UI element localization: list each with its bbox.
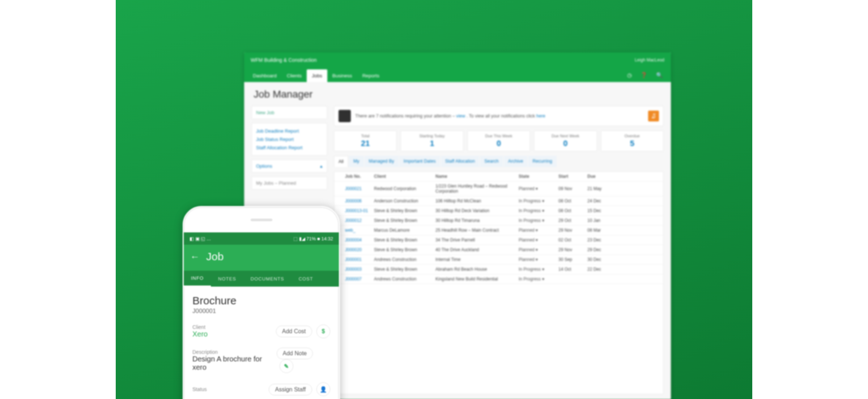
assign-staff-button[interactable]: Assign Staff xyxy=(269,384,312,395)
cell-jobno[interactable]: J000007 xyxy=(345,276,374,282)
cell-jobno[interactable]: J000012 xyxy=(345,218,374,223)
cell-client: Anderson Construction xyxy=(374,198,435,203)
user-menu[interactable]: Leigh MacLeod xyxy=(635,57,664,63)
back-icon[interactable]: ← xyxy=(190,251,200,262)
cell-state[interactable]: In Progress ▾ xyxy=(519,208,558,213)
subtab-search[interactable]: Search xyxy=(480,156,503,167)
col-header[interactable]: State xyxy=(519,174,558,179)
table-row[interactable]: J000021 Redwood Corporation 1/223 Glen H… xyxy=(334,181,663,196)
cell-state[interactable]: Planned ▾ xyxy=(519,228,558,233)
phone-screen-title: Job xyxy=(206,250,224,263)
table-header: Job No.ClientNameStateStartDue xyxy=(334,172,663,181)
subtab-recurring[interactable]: Recurring xyxy=(528,156,556,167)
notif-view-link[interactable]: view xyxy=(456,113,465,119)
cell-jobno[interactable]: J000001 xyxy=(345,257,374,262)
cell-jobno[interactable]: J000006 xyxy=(345,198,374,203)
subtab-all[interactable]: All xyxy=(334,156,348,167)
cell-jobno[interactable]: web_ xyxy=(345,228,374,233)
cell-start: 14 Oct xyxy=(558,267,587,272)
nav-clients[interactable]: Clients xyxy=(282,69,307,82)
subtab-important dates[interactable]: Important Dates xyxy=(399,156,440,167)
sidebar-options[interactable]: Options▴ xyxy=(251,159,327,173)
cell-state[interactable]: In Progress ▾ xyxy=(519,218,558,223)
main-nav: Dashboard Clients Jobs Business Reports … xyxy=(244,68,671,82)
stat-value: 21 xyxy=(336,138,394,148)
col-header[interactable]: Job No. xyxy=(345,174,374,179)
phone-tab-cost[interactable]: COST xyxy=(292,276,320,282)
cell-start: 29 Oct xyxy=(558,218,587,223)
cell-jobno[interactable]: J000013-01 xyxy=(345,208,374,213)
cell-state[interactable]: Planned ▾ xyxy=(519,237,558,243)
sidebar-filter[interactable]: My Jobs – Planned xyxy=(251,176,327,190)
stat-card[interactable]: Due This Week 0 xyxy=(467,130,530,151)
notif-here-link[interactable]: here xyxy=(536,113,545,119)
add-cost-button[interactable]: Add Cost xyxy=(276,326,312,337)
table-row[interactable]: J000020 Steve & Shirley Brown 40 The Dri… xyxy=(334,245,663,255)
cell-state[interactable]: Planned ▾ xyxy=(519,257,558,262)
stat-card[interactable]: Overdue 5 xyxy=(601,130,664,151)
cell-state[interactable]: In Progress ▾ xyxy=(519,276,558,282)
subtab-staff allocation[interactable]: Staff Allocation xyxy=(441,156,479,167)
cell-state[interactable]: Planned ▾ xyxy=(519,247,558,252)
rss-icon[interactable]: ໓ xyxy=(648,111,659,121)
cell-jobno[interactable]: J000004 xyxy=(345,237,374,243)
col-header[interactable]: Client xyxy=(374,174,435,179)
cell-name: 34 The Drive Parnell xyxy=(435,237,519,243)
phone-tab-documents[interactable]: DOCUMENTS xyxy=(243,276,292,282)
dollar-icon[interactable]: $ xyxy=(316,325,330,338)
phone-tab-info[interactable]: INFO xyxy=(184,271,211,287)
stat-card[interactable]: Starting Today 1 xyxy=(400,130,463,151)
subtab-archive[interactable]: Archive xyxy=(504,156,528,167)
subtab-managed by[interactable]: Managed By xyxy=(365,156,399,167)
table-row[interactable]: J000007 Andrews Construction Kingsland N… xyxy=(334,274,663,284)
table-row[interactable]: J000012 Steve & Shirley Brown 30 Hilltop… xyxy=(334,216,663,226)
stat-value: 0 xyxy=(536,138,594,148)
cell-client: Steve & Shirley Brown xyxy=(374,237,435,243)
nav-reports[interactable]: Reports xyxy=(357,69,384,82)
notification-text: There are 7 notifications requiring your… xyxy=(355,113,545,119)
cell-name: 25 Headhill Row – Main Contract xyxy=(435,228,519,233)
cell-jobno[interactable]: J000021 xyxy=(345,186,374,191)
cell-state[interactable]: Planned ▾ xyxy=(519,186,558,191)
stat-label: Starting Today xyxy=(403,134,461,138)
phone-mockup: ◧ ▣ ◱ … ⬚ ▮◢ 71% ■ 14:32 ← Job INFONOTES… xyxy=(183,206,340,399)
add-note-button[interactable]: Add Note xyxy=(277,348,313,359)
person-icon[interactable]: 👤 xyxy=(316,382,330,396)
table-row[interactable]: J000013-01 Steve & Shirley Brown 30 Hill… xyxy=(334,206,663,216)
col-header[interactable]: Name xyxy=(435,174,519,179)
new-job-button[interactable]: New Job xyxy=(251,106,327,119)
table-row[interactable]: J000006 Anderson Construction 106 Hillto… xyxy=(334,196,663,206)
nav-jobs[interactable]: Jobs xyxy=(307,69,327,82)
cell-jobno[interactable]: J000020 xyxy=(345,247,374,252)
stat-card[interactable]: Total 21 xyxy=(334,130,397,151)
cell-name: 40 The Drive Auckland xyxy=(435,247,519,252)
note-icon[interactable]: ✎ xyxy=(280,359,293,373)
sidebar-link-deadline[interactable]: Job Deadline Report xyxy=(256,127,323,135)
description-label: Description xyxy=(192,349,277,355)
client-value: Xero xyxy=(192,330,208,338)
clock-icon[interactable]: ◷ xyxy=(623,68,636,82)
stat-card[interactable]: Due Next Week 0 xyxy=(534,130,597,151)
sidebar-link-staff[interactable]: Staff Allocation Report xyxy=(256,143,323,152)
phone-tab-notes[interactable]: NOTES xyxy=(211,276,243,282)
notification-icon xyxy=(339,110,351,122)
stat-value: 5 xyxy=(603,138,661,148)
cell-state[interactable]: In Progress ▾ xyxy=(519,267,558,272)
col-header[interactable]: Start xyxy=(558,174,587,179)
cell-state[interactable]: In Progress ▾ xyxy=(519,198,558,203)
nav-business[interactable]: Business xyxy=(327,69,357,82)
phone-app-bar: ← Job xyxy=(184,245,339,271)
cell-jobno[interactable]: J000003 xyxy=(345,267,374,272)
status-left-icons: ◧ ▣ ◱ … xyxy=(190,236,211,241)
table-row[interactable]: J000004 Steve & Shirley Brown 34 The Dri… xyxy=(334,235,663,245)
subtab-my[interactable]: My xyxy=(349,156,364,167)
table-row[interactable]: J000001 Andrews Construction Internal Ti… xyxy=(334,255,663,265)
sidebar-link-status[interactable]: Job Status Report xyxy=(256,135,323,143)
help-icon[interactable]: ❓ xyxy=(636,68,652,82)
col-header[interactable]: Due xyxy=(587,174,613,179)
table-row[interactable]: web_ Marcus DeLamore 25 Headhill Row – M… xyxy=(334,226,663,235)
nav-dashboard[interactable]: Dashboard xyxy=(248,69,282,82)
table-row[interactable]: J000003 Steve & Shirley Brown Abraham Rd… xyxy=(334,265,663,274)
search-icon[interactable]: 🔍 xyxy=(652,68,667,82)
description-value: Design A brochure for xero xyxy=(192,355,277,372)
